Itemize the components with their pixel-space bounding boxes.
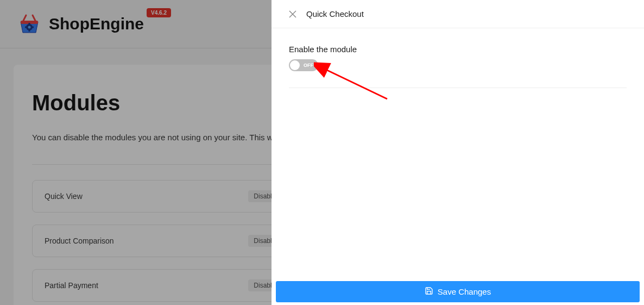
module-name: Quick View — [45, 192, 83, 201]
panel-body: Enable the module OFF — [272, 28, 644, 278]
panel-divider — [289, 88, 627, 88]
svg-point-2 — [28, 26, 31, 29]
save-button-label: Save Changes — [438, 287, 491, 296]
brand-name: ShopEngine — [49, 15, 144, 33]
settings-panel: Quick Checkout Enable the module OFF Sav… — [272, 0, 644, 305]
panel-header: Quick Checkout — [272, 0, 644, 28]
svg-rect-6 — [31, 27, 34, 28]
svg-rect-5 — [25, 27, 27, 28]
version-badge: V4.6.2 — [147, 8, 171, 17]
panel-footer: Save Changes — [272, 278, 644, 305]
enable-module-label: Enable the module — [289, 45, 627, 54]
brand-logo: ShopEngine V4.6.2 — [16, 11, 144, 37]
toggle-knob — [290, 60, 300, 70]
save-icon — [425, 287, 433, 297]
svg-rect-4 — [29, 29, 30, 32]
module-name: Product Comparison — [45, 236, 114, 245]
panel-title: Quick Checkout — [306, 9, 364, 18]
close-icon[interactable] — [289, 10, 296, 18]
shopengine-icon — [16, 11, 42, 37]
enable-toggle[interactable]: OFF — [289, 59, 318, 71]
toggle-state-text: OFF — [304, 63, 313, 68]
svg-rect-3 — [29, 23, 30, 25]
save-changes-button[interactable]: Save Changes — [276, 281, 640, 302]
module-name: Partial Payment — [45, 281, 98, 290]
